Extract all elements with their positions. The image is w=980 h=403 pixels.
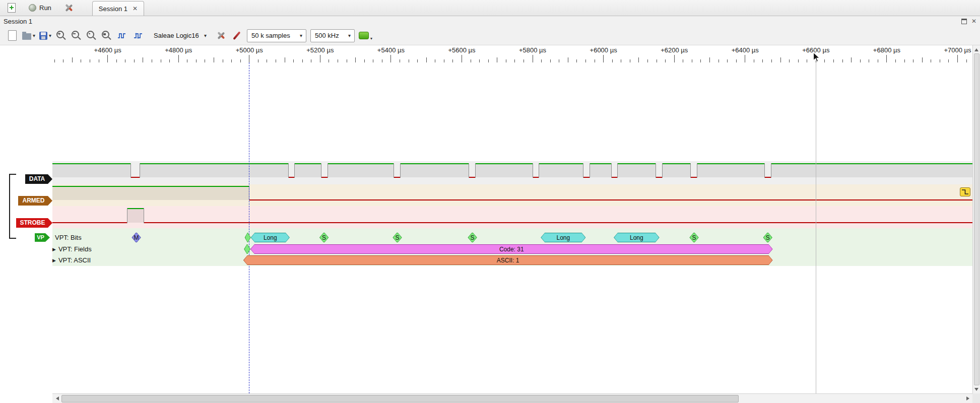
save-button[interactable]: ▾ (39, 29, 51, 43)
ruler-tick (630, 59, 630, 62)
time-ruler[interactable]: +4600 µs+4800 µs+5000 µs+5200 µs+5400 µs… (0, 45, 980, 62)
ruler-tick (886, 55, 887, 62)
scrollbar-corner (972, 393, 980, 403)
channel-tag-data[interactable]: DATA (25, 174, 52, 184)
ruler-tick (116, 59, 117, 62)
ruler-tick (860, 59, 861, 62)
decoder-row-ascii-text: VPT: ASCII (58, 256, 91, 264)
zoom-in-button[interactable] (55, 29, 67, 43)
ruler-tick (692, 59, 692, 62)
ruler-tick (674, 55, 675, 62)
horizontal-scrollbar-thumb[interactable] (61, 395, 739, 402)
ruler-tick (72, 57, 73, 62)
ruler-tick (329, 59, 329, 62)
ruler-tick (81, 59, 81, 62)
ruler-tick (878, 59, 878, 62)
ruler-tick (409, 59, 409, 62)
ruler-tick (152, 59, 152, 62)
ruler-tick (444, 59, 444, 62)
ruler-tick (807, 59, 807, 62)
new-session-icon (8, 3, 16, 13)
ruler-tick (700, 59, 701, 62)
ruler-tick (798, 59, 799, 62)
ruler-tick (780, 57, 781, 62)
ruler-tick (161, 59, 161, 62)
ruler-tick (390, 55, 391, 62)
open-folder-icon (22, 33, 31, 40)
run-led-icon (29, 4, 36, 12)
new-file-button[interactable] (6, 29, 18, 43)
ruler-tick (320, 55, 320, 62)
ruler-tick (559, 59, 559, 62)
ruler-label: +6000 µs (583, 46, 624, 54)
horizontal-scrollbar[interactable] (52, 393, 972, 403)
sample-count-select[interactable]: 50 k samples ▾ (247, 29, 306, 42)
decoder-row-label-fields[interactable]: ▶ VPT: Fields (52, 244, 92, 254)
zoom-original-icon (102, 31, 109, 38)
ruler-label: +5200 µs (300, 46, 340, 54)
ruler-tick (771, 59, 772, 62)
mouse-cursor-icon (813, 52, 821, 63)
zoom-fit-button[interactable] (86, 29, 97, 43)
ruler-tick (134, 59, 135, 62)
zoom-out-button[interactable] (71, 29, 82, 43)
ruler-tick (727, 59, 728, 62)
scroll-right-button[interactable] (963, 394, 972, 403)
channel-tag-armed[interactable]: ARMED (18, 196, 52, 206)
device-select[interactable]: Saleae Logic16 ▾ (149, 29, 211, 42)
ruler-label: +5400 µs (371, 46, 411, 54)
tab-session-1[interactable]: Session 1 ✕ (92, 1, 144, 16)
open-button[interactable]: ▾ (22, 29, 35, 43)
colored-background-button[interactable] (132, 29, 144, 43)
ruler-label: +6200 µs (654, 46, 694, 54)
ruler-tick (506, 59, 506, 62)
scroll-left-button[interactable] (52, 394, 61, 403)
ruler-tick (125, 59, 125, 62)
settings-button[interactable] (60, 2, 77, 15)
ruler-tick (745, 55, 745, 62)
dock-close-icon[interactable]: ✕ (971, 18, 976, 24)
ruler-tick (355, 57, 356, 62)
dock-float-icon[interactable] (961, 19, 967, 24)
ruler-label: +6400 µs (725, 46, 765, 54)
decoder-row-bits-text: VPT: Bits (55, 234, 82, 241)
ruler-tick (533, 55, 533, 62)
sample-rate-select[interactable]: 500 kHz ▾ (310, 29, 355, 42)
ruler-tick (948, 59, 949, 62)
zoom-original-button[interactable] (101, 29, 112, 43)
ruler-tick (311, 59, 311, 62)
ruler-tick (223, 59, 223, 62)
caret-down-icon: ▾ (344, 33, 351, 38)
ruler-tick (647, 59, 648, 62)
armed-trigger-badge[interactable] (960, 187, 970, 196)
ruler-tick (931, 59, 931, 62)
expand-arrow-icon[interactable]: ▶ (52, 258, 56, 263)
caret-down-icon: ▾ (370, 36, 372, 41)
decoder-row-label-ascii[interactable]: ▶ VPT: ASCII (52, 255, 91, 265)
ruler-label: +4800 µs (158, 46, 199, 54)
channels-button[interactable] (231, 29, 243, 43)
channel-tag-strobe[interactable]: STROBE (16, 218, 52, 228)
ruler-tick (621, 59, 621, 62)
decoder-row-label-bits[interactable]: VPT: Bits (55, 233, 82, 242)
scroll-up-button[interactable] (973, 45, 980, 53)
ruler-tick (869, 59, 869, 62)
channel-group-bracket[interactable] (9, 174, 16, 239)
configure-device-button[interactable] (215, 29, 227, 43)
ruler-tick (612, 59, 613, 62)
new-session-button[interactable] (3, 2, 20, 15)
ruler-tick (550, 59, 551, 62)
add-decoder-button[interactable]: ▾ (359, 29, 372, 43)
ruler-tick (347, 59, 347, 62)
vertical-scrollbar[interactable] (972, 45, 980, 393)
ruler-tick (683, 59, 683, 62)
expand-arrow-icon[interactable]: ▶ (52, 247, 56, 252)
tab-close-icon[interactable]: ✕ (133, 6, 138, 12)
ruler-tick (417, 59, 418, 62)
show-sampling-points-button[interactable] (116, 29, 128, 43)
scroll-down-button[interactable] (973, 385, 980, 393)
vertical-scrollbar-thumb[interactable] (974, 53, 979, 385)
run-button[interactable]: Run (24, 2, 56, 15)
ruler-label: +5800 µs (512, 46, 553, 54)
ruler-tick (178, 55, 179, 62)
